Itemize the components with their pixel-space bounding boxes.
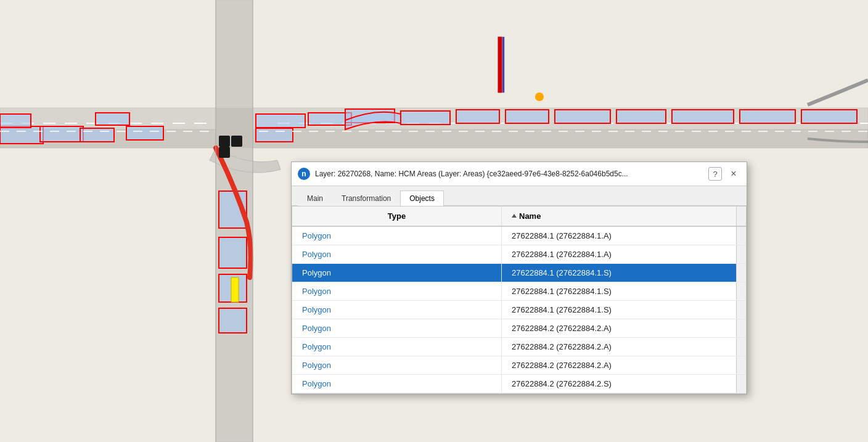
objects-table: Type Name Polygon27622884.1 (27622884.1.…	[292, 206, 747, 394]
svg-rect-10	[80, 128, 114, 142]
table-row[interactable]: Polygon27622884.1 (27622884.1.S)	[292, 282, 746, 301]
svg-rect-20	[616, 110, 666, 123]
svg-rect-28	[219, 308, 247, 333]
cell-name: 27622884.1 (27622884.1.S)	[502, 282, 736, 300]
svg-rect-9	[40, 126, 83, 142]
cell-type: Polygon	[292, 282, 502, 300]
cell-name: 27622884.2 (27622884.2.A)	[502, 338, 736, 356]
table-wrapper: Type Name Polygon27622884.1 (27622884.1.…	[292, 207, 746, 393]
table-row[interactable]: Polygon27622884.1 (27622884.1.S)	[292, 264, 746, 282]
svg-rect-29	[219, 136, 230, 147]
dialog-help-button[interactable]: ?	[708, 167, 722, 181]
cell-name: 27622884.1 (27622884.1.S)	[502, 264, 736, 282]
table-body: Polygon27622884.1 (27622884.1.A)Polygon2…	[292, 227, 746, 393]
table-row[interactable]: Polygon27622884.1 (27622884.1.A)	[292, 245, 746, 264]
cell-type: Polygon	[292, 375, 502, 393]
dialog-app-icon: n	[298, 168, 310, 180]
svg-rect-12	[126, 126, 163, 140]
column-header-type: Type	[292, 207, 502, 226]
dialog-close-button[interactable]: ×	[727, 167, 740, 181]
cell-type: Polygon	[292, 245, 502, 263]
cell-type: Polygon	[292, 301, 502, 319]
svg-rect-18	[506, 110, 549, 123]
svg-rect-31	[219, 147, 230, 158]
svg-rect-8	[0, 114, 31, 128]
layer-properties-dialog: n Layer: 26270268, Name: HCM Areas (Laye…	[291, 162, 747, 395]
cell-name: 27622884.1 (27622884.1.A)	[502, 227, 736, 245]
table-row[interactable]: Polygon27622884.1 (27622884.1.S)	[292, 301, 746, 319]
dialog-tabs: Main Transformation Objects	[292, 186, 747, 206]
svg-rect-7	[0, 126, 43, 144]
table-header: Type Name	[292, 207, 746, 227]
cell-type: Polygon	[292, 319, 502, 337]
tab-objects[interactable]: Objects	[400, 190, 444, 206]
cell-name: 27622884.2 (27622884.2.S)	[502, 375, 736, 393]
cell-name: 27622884.2 (27622884.2.A)	[502, 319, 736, 337]
cell-type: Polygon	[292, 338, 502, 356]
svg-rect-26	[219, 237, 247, 268]
svg-rect-37	[498, 37, 502, 92]
table-row[interactable]: Polygon27622884.2 (27622884.2.A)	[292, 338, 746, 356]
cell-type: Polygon	[292, 264, 502, 282]
svg-rect-21	[672, 110, 734, 123]
svg-rect-24	[256, 128, 293, 142]
svg-rect-39	[231, 277, 239, 302]
svg-rect-23	[801, 110, 857, 123]
table-row[interactable]: Polygon27622884.2 (27622884.2.A)	[292, 356, 746, 375]
svg-rect-16	[401, 111, 450, 125]
svg-point-32	[535, 92, 544, 101]
table-row[interactable]: Polygon27622884.2 (27622884.2.S)	[292, 375, 746, 393]
svg-rect-17	[456, 110, 499, 123]
sort-icon	[512, 214, 517, 218]
tab-main[interactable]: Main	[298, 190, 332, 206]
svg-rect-30	[231, 136, 242, 147]
tab-transformation[interactable]: Transformation	[332, 190, 400, 206]
cell-type: Polygon	[292, 227, 502, 245]
svg-rect-11	[96, 113, 129, 125]
dialog-titlebar: n Layer: 26270268, Name: HCM Areas (Laye…	[292, 162, 747, 186]
cell-type: Polygon	[292, 356, 502, 374]
cell-name: 27622884.1 (27622884.1.S)	[502, 301, 736, 319]
svg-rect-22	[740, 110, 795, 123]
table-row[interactable]: Polygon27622884.1 (27622884.1.A)	[292, 227, 746, 245]
cell-name: 27622884.1 (27622884.1.A)	[502, 245, 736, 263]
column-header-name: Name	[502, 207, 736, 226]
svg-rect-19	[555, 110, 610, 123]
dialog-title: Layer: 26270268, Name: HCM Areas (Layer:…	[315, 170, 703, 178]
table-row[interactable]: Polygon27622884.2 (27622884.2.A)	[292, 319, 746, 338]
cell-name: 27622884.2 (27622884.2.A)	[502, 356, 736, 374]
svg-rect-13	[256, 114, 305, 128]
svg-rect-38	[502, 37, 504, 92]
